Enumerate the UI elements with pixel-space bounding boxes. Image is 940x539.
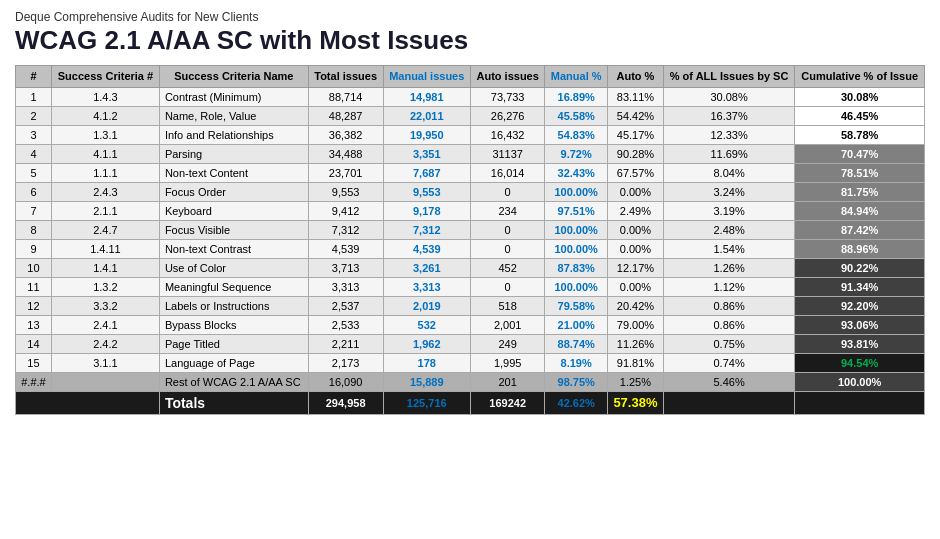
cell-manual-pct: 98.75% xyxy=(545,372,608,391)
cell-criteria-name: Non-text Contrast xyxy=(159,239,308,258)
cell-auto-issues: 26,276 xyxy=(470,106,544,125)
cell-pct-all: 16.37% xyxy=(663,106,794,125)
cell-auto-pct: 0.00% xyxy=(607,220,663,239)
cell-manual-issues: 4,539 xyxy=(383,239,470,258)
col-num: # xyxy=(16,65,52,87)
cell-criteria-name: Info and Relationships xyxy=(159,125,308,144)
cell-total-issues: 48,287 xyxy=(308,106,383,125)
totals-auto-pct: 57.38% xyxy=(607,391,663,414)
cell-auto-issues: 0 xyxy=(470,239,544,258)
cell-total-issues: 36,382 xyxy=(308,125,383,144)
cell-auto-pct: 79.00% xyxy=(607,315,663,334)
table-row: 31.3.1Info and Relationships36,38219,950… xyxy=(16,125,925,144)
totals-cumulative xyxy=(795,391,925,414)
cell-manual-issues: 9,178 xyxy=(383,201,470,220)
cell-criteria-name: Page Titled xyxy=(159,334,308,353)
cell-num: 6 xyxy=(16,182,52,201)
totals-auto: 169242 xyxy=(470,391,544,414)
cell-criteria-num: 2.4.1 xyxy=(51,315,159,334)
cell-auto-pct: 0.00% xyxy=(607,239,663,258)
cell-pct-all: 5.46% xyxy=(663,372,794,391)
cell-criteria-name: Use of Color xyxy=(159,258,308,277)
cell-manual-pct: 88.74% xyxy=(545,334,608,353)
cell-pct-all: 2.48% xyxy=(663,220,794,239)
cell-pct-all: 0.75% xyxy=(663,334,794,353)
cell-criteria-name: Focus Visible xyxy=(159,220,308,239)
cell-num: 5 xyxy=(16,163,52,182)
totals-row: Totals294,958125,71616924242.62%57.38% xyxy=(16,391,925,414)
cell-cumulative: 87.42% xyxy=(795,220,925,239)
table-row: 142.4.2Page Titled2,2111,96224988.74%11.… xyxy=(16,334,925,353)
cell-total-issues: 4,539 xyxy=(308,239,383,258)
cell-auto-issues: 0 xyxy=(470,220,544,239)
cell-num: 1 xyxy=(16,87,52,106)
table-row: 82.4.7Focus Visible7,3127,3120100.00%0.0… xyxy=(16,220,925,239)
cell-manual-issues: 1,962 xyxy=(383,334,470,353)
cell-pct-all: 1.12% xyxy=(663,277,794,296)
cell-criteria-name: Contrast (Minimum) xyxy=(159,87,308,106)
cell-criteria-num xyxy=(51,372,159,391)
table-row: 11.4.3Contrast (Minimum)88,71414,98173,7… xyxy=(16,87,925,106)
cell-manual-issues: 14,981 xyxy=(383,87,470,106)
cell-manual-issues: 2,019 xyxy=(383,296,470,315)
cell-manual-issues: 9,553 xyxy=(383,182,470,201)
cell-total-issues: 2,533 xyxy=(308,315,383,334)
cell-num: 4 xyxy=(16,144,52,163)
cell-auto-issues: 31137 xyxy=(470,144,544,163)
cell-total-issues: 2,211 xyxy=(308,334,383,353)
cell-total-issues: 88,714 xyxy=(308,87,383,106)
table-row: 153.1.1Language of Page2,1731781,9958.19… xyxy=(16,353,925,372)
cell-auto-pct: 91.81% xyxy=(607,353,663,372)
cell-auto-issues: 452 xyxy=(470,258,544,277)
cell-criteria-name: Parsing xyxy=(159,144,308,163)
cell-pct-all: 1.26% xyxy=(663,258,794,277)
cell-criteria-num: 4.1.2 xyxy=(51,106,159,125)
table-row: 24.1.2Name, Role, Value48,28722,01126,27… xyxy=(16,106,925,125)
cell-total-issues: 16,090 xyxy=(308,372,383,391)
cell-criteria-num: 3.3.2 xyxy=(51,296,159,315)
cell-auto-pct: 20.42% xyxy=(607,296,663,315)
cell-manual-pct: 100.00% xyxy=(545,182,608,201)
cell-total-issues: 3,713 xyxy=(308,258,383,277)
cell-num: 13 xyxy=(16,315,52,334)
cell-num: 2 xyxy=(16,106,52,125)
cell-auto-issues: 2,001 xyxy=(470,315,544,334)
cell-manual-pct: 45.58% xyxy=(545,106,608,125)
totals-manual: 125,716 xyxy=(383,391,470,414)
subtitle: Deque Comprehensive Audits for New Clien… xyxy=(15,10,925,24)
cell-criteria-num: 2.1.1 xyxy=(51,201,159,220)
cell-criteria-num: 1.3.2 xyxy=(51,277,159,296)
cell-criteria-name: Meaningful Sequence xyxy=(159,277,308,296)
cell-cumulative: 70.47% xyxy=(795,144,925,163)
cell-auto-pct: 83.11% xyxy=(607,87,663,106)
cell-criteria-name: Labels or Instructions xyxy=(159,296,308,315)
cell-manual-pct: 32.43% xyxy=(545,163,608,182)
totals-empty-1 xyxy=(16,391,160,414)
cell-pct-all: 1.54% xyxy=(663,239,794,258)
cell-num: 12 xyxy=(16,296,52,315)
totals-label: Totals xyxy=(159,391,308,414)
cell-manual-issues: 7,687 xyxy=(383,163,470,182)
cell-num: 7 xyxy=(16,201,52,220)
cell-criteria-name: Rest of WCAG 2.1 A/AA SC xyxy=(159,372,308,391)
cell-criteria-num: 4.1.1 xyxy=(51,144,159,163)
cell-pct-all: 3.24% xyxy=(663,182,794,201)
cell-total-issues: 9,412 xyxy=(308,201,383,220)
cell-auto-issues: 249 xyxy=(470,334,544,353)
col-auto-issues: Auto issues xyxy=(470,65,544,87)
cell-total-issues: 7,312 xyxy=(308,220,383,239)
cell-manual-issues: 15,889 xyxy=(383,372,470,391)
cell-manual-issues: 3,351 xyxy=(383,144,470,163)
cell-pct-all: 30.08% xyxy=(663,87,794,106)
cell-auto-issues: 201 xyxy=(470,372,544,391)
cell-manual-issues: 22,011 xyxy=(383,106,470,125)
cell-criteria-num: 1.4.11 xyxy=(51,239,159,258)
cell-auto-issues: 518 xyxy=(470,296,544,315)
cell-total-issues: 3,313 xyxy=(308,277,383,296)
cell-manual-issues: 3,313 xyxy=(383,277,470,296)
cell-criteria-name: Bypass Blocks xyxy=(159,315,308,334)
cell-cumulative: 91.34% xyxy=(795,277,925,296)
cell-auto-pct: 11.26% xyxy=(607,334,663,353)
cell-num: 11 xyxy=(16,277,52,296)
table-row: #.#.#Rest of WCAG 2.1 A/AA SC16,09015,88… xyxy=(16,372,925,391)
